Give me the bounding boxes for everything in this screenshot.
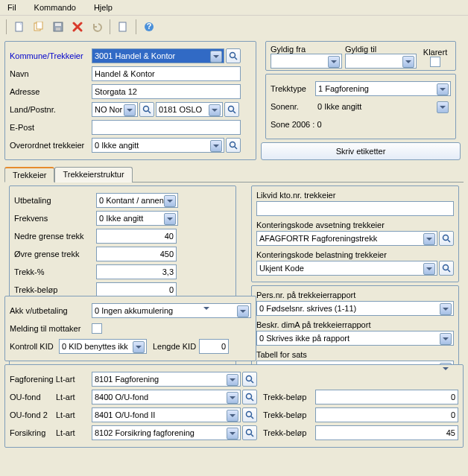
svg-point-9: [230, 53, 235, 58]
svg-line-12: [148, 111, 151, 113]
search-icon[interactable]: [242, 407, 257, 422]
kont1-label: Konteringskode avsetning trekkeier: [256, 220, 454, 229]
trekk3-label: Trekk-beløp: [263, 428, 315, 437]
gyldig-til-label: Gyldig til: [345, 45, 417, 54]
svg-line-14: [233, 111, 235, 113]
svg-line-26: [251, 399, 253, 401]
epost-label: E-Post: [10, 123, 92, 132]
nedre-label: Nedre grense trekk: [14, 232, 96, 241]
ou1-label: OU-fond: [10, 393, 56, 402]
epost-input[interactable]: [92, 120, 241, 135]
svg-line-16: [235, 147, 237, 149]
menu-fil[interactable]: Fil: [4, 1, 19, 13]
lt-label: Lt-art: [56, 410, 92, 419]
svg-point-23: [247, 376, 252, 381]
kont2-select[interactable]: [256, 261, 437, 276]
svg-text:?: ?: [147, 22, 152, 31]
search-icon[interactable]: [139, 102, 154, 117]
overordnet-label: Overordnet trekkeier: [10, 141, 92, 150]
ou2-select[interactable]: [92, 407, 241, 422]
lengde-input[interactable]: [199, 339, 229, 354]
postnr-select[interactable]: [156, 102, 223, 117]
beskr-select[interactable]: [256, 331, 454, 346]
pers-label: Pers.nr. på trekkeierrapport: [256, 291, 454, 299]
fag-label: Fagforening Lt-art: [10, 375, 92, 384]
tab-trekkeier[interactable]: Trekkeier: [4, 167, 54, 183]
svg-point-29: [247, 430, 252, 435]
search-icon[interactable]: [224, 102, 239, 117]
gyldig-til-input[interactable]: [345, 54, 417, 69]
nedre-input[interactable]: [96, 229, 177, 244]
svg-line-22: [448, 270, 450, 272]
ovre-input[interactable]: [96, 247, 177, 261]
panel-kommune: Kommune/Trekkeier Navn Adresse Land/Post…: [4, 41, 256, 160]
new-doc-icon[interactable]: [11, 19, 28, 35]
undo-icon[interactable]: [89, 19, 105, 35]
fag-select[interactable]: [92, 372, 241, 387]
trekk2-input[interactable]: [315, 407, 458, 422]
kont1-select[interactable]: [256, 231, 437, 246]
search-icon[interactable]: [439, 231, 454, 246]
panel-likvid: Likvid kto.nr. trekkeier Konteringskode …: [251, 185, 459, 282]
panel-ltart: Fagforening Lt-art OU-fond Lt-art OU-fon…: [4, 364, 464, 448]
pers-select[interactable]: [256, 301, 454, 316]
kommune-select[interactable]: [92, 48, 224, 63]
blank-doc-icon[interactable]: [115, 19, 131, 35]
klarert-checkbox[interactable]: [430, 57, 440, 67]
trekkp-input[interactable]: [96, 264, 177, 279]
lt-label: Lt-art: [56, 428, 92, 437]
copy-doc-icon[interactable]: [31, 19, 47, 35]
svg-point-13: [229, 107, 234, 112]
beskr-label: Beskr. dimA på trekkeierrapport: [256, 320, 454, 329]
search-icon[interactable]: [242, 425, 257, 440]
search-icon[interactable]: [226, 138, 241, 153]
panel-gyldig: Gyldig fra Gyldig til Klarert: [265, 41, 456, 71]
navn-input[interactable]: [92, 66, 241, 81]
svg-line-10: [235, 57, 237, 60]
trekkb-input[interactable]: [96, 282, 177, 297]
trekk3-input[interactable]: [315, 425, 458, 440]
sonenr-label: Sonenr.: [271, 102, 315, 111]
toolbar: ?: [0, 16, 468, 38]
trekkp-label: Trekk-%: [14, 267, 96, 276]
trekk1-input[interactable]: [315, 390, 458, 404]
kid-select[interactable]: [59, 339, 147, 354]
trekk1-label: Trekk-beløp: [263, 393, 315, 402]
gyldig-fra-label: Gyldig fra: [271, 45, 342, 54]
utbetaling-label: Utbetaling: [14, 196, 96, 205]
search-icon[interactable]: [226, 48, 241, 63]
search-icon[interactable]: [242, 372, 257, 387]
land-select[interactable]: [92, 102, 138, 117]
skriv-etiketter-button[interactable]: Skriv etiketter: [261, 142, 461, 160]
likvid-input[interactable]: [256, 201, 454, 216]
trekktype-select[interactable]: [315, 81, 451, 96]
overordnet-select[interactable]: [92, 138, 224, 153]
svg-point-27: [247, 412, 252, 417]
fors-select[interactable]: [92, 425, 241, 440]
separator: [6, 19, 7, 34]
adresse-input[interactable]: [92, 84, 241, 99]
gyldig-fra-input[interactable]: [271, 54, 342, 69]
ovre-label: Øvre grense trekk: [14, 250, 96, 258]
meld-label: Melding til mottaker: [10, 324, 92, 333]
delete-icon[interactable]: [69, 19, 86, 35]
save-icon[interactable]: [50, 19, 66, 35]
frekvens-select[interactable]: [96, 211, 178, 226]
search-icon[interactable]: [242, 390, 257, 404]
menu-hjelp[interactable]: Hjelp: [91, 1, 116, 13]
ou1-select[interactable]: [92, 390, 241, 404]
trekkb-label: Trekk-beløp: [14, 285, 96, 294]
svg-rect-6: [119, 22, 126, 31]
sone-text: Sone 2006 : 0: [271, 120, 322, 129]
svg-point-25: [247, 394, 252, 399]
svg-line-24: [251, 381, 253, 383]
meld-checkbox[interactable]: [92, 323, 102, 334]
ou2-label: OU-fond 2: [10, 410, 56, 419]
akk-select[interactable]: [92, 303, 251, 318]
search-icon[interactable]: [439, 261, 454, 276]
help-icon[interactable]: ?: [141, 19, 157, 35]
menu-kommando[interactable]: Kommando: [31, 1, 79, 13]
tab-trekkeierstruktur[interactable]: Trekkeierstruktur: [54, 167, 132, 183]
separator: [110, 19, 110, 34]
utbetaling-select[interactable]: [96, 193, 178, 208]
